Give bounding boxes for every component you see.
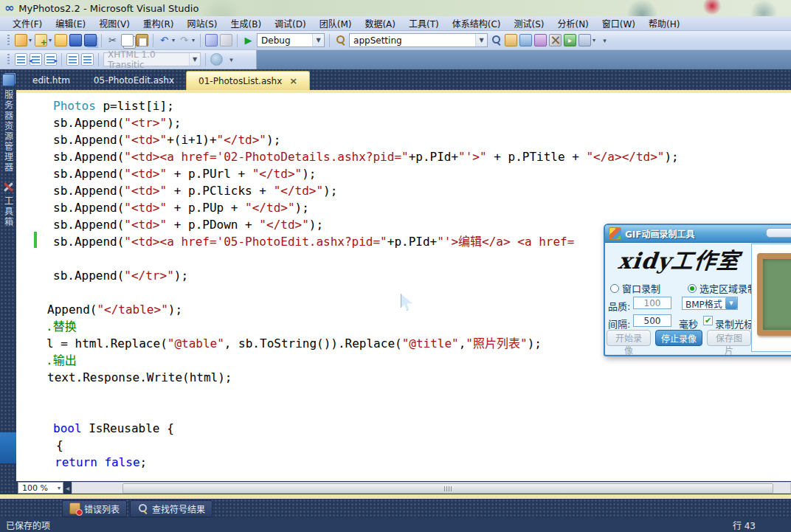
validation-target-icon[interactable] <box>210 53 223 66</box>
toolbar-separator <box>200 34 201 47</box>
increase-indent-icon[interactable] <box>44 53 57 66</box>
undo-icon[interactable]: ↶ <box>158 34 170 46</box>
menu-item-c[interactable]: 体系结构(C) <box>446 15 508 31</box>
code-token: "<td>" <box>124 167 167 181</box>
scrollbar-thumb[interactable] <box>122 483 773 494</box>
scroll-left-arrow[interactable]: ◂ <box>66 484 69 492</box>
code-token: "<td>" <box>124 133 167 147</box>
cut-icon[interactable]: ✂ <box>106 34 119 46</box>
code-token: ); <box>266 133 280 147</box>
redo-icon[interactable]: ↷ <box>178 34 190 46</box>
sidebar-item-工具箱[interactable]: 工具箱 <box>2 177 15 232</box>
tab-01-photoslist.ashx[interactable]: 01-PhotosList.ashx× <box>186 71 310 90</box>
tab-edit.htm[interactable]: edit.htm <box>21 71 82 90</box>
code-token: + p.PClicks + <box>167 184 274 198</box>
tab-05-photoedit.ashx[interactable]: 05-PhotoEdit.ashx <box>82 71 186 90</box>
debug-combo-value: Debug <box>261 35 290 46</box>
status-bar: 已保存的项 行 43 <box>0 518 791 532</box>
menu-item-s[interactable]: 测试(S) <box>507 15 550 31</box>
radio-region-record[interactable]: 选定区域录制 <box>688 281 757 295</box>
toolbar-options-overflow[interactable]: ▾ <box>225 53 238 66</box>
menu-item-r[interactable]: 重构(R) <box>137 15 181 31</box>
menu-item-s[interactable]: 网站(S) <box>181 15 224 31</box>
menu-item-a[interactable]: 数据(A) <box>358 15 402 31</box>
object-browser-icon[interactable] <box>534 34 547 46</box>
gif-recorder-window[interactable]: GIF动画录制工具 xidy工作室 窗口录制 选定区域录制 品质: BMP格式 … <box>604 224 791 356</box>
code-token: "</td>" <box>274 184 323 198</box>
save-icon[interactable] <box>69 34 82 46</box>
gif-window-titlebar[interactable]: GIF动画录制工具 <box>605 225 791 243</box>
menu-item-w[interactable]: 窗口(W) <box>595 15 642 31</box>
chevron-down-icon[interactable]: ▾ <box>49 37 52 44</box>
search-combo-input[interactable]: appSetting▼ <box>349 33 488 47</box>
code-token: .输出 <box>46 353 77 367</box>
chevron-down-icon: ▼ <box>475 34 487 46</box>
start-debug-icon[interactable]: ▶ <box>242 34 255 46</box>
interval-label: 间隔: <box>608 317 630 331</box>
toolbar-options-overflow[interactable]: ▾ <box>598 34 611 46</box>
code-line: Photos p=list[i]; <box>53 98 174 114</box>
add-new-item-icon[interactable] <box>35 34 47 46</box>
code-token: sb.Append( <box>53 218 124 232</box>
open-file-icon[interactable] <box>55 34 67 46</box>
close-icon[interactable]: × <box>289 75 297 86</box>
sidebar-item-服务器资源管理器[interactable]: 服务器资源管理器 <box>2 69 15 177</box>
interval-input[interactable] <box>633 314 671 327</box>
format-select[interactable]: BMP格式 ▼ <box>682 297 738 310</box>
menu-item-d[interactable]: 调试(D) <box>268 15 313 31</box>
find-in-files-icon[interactable] <box>490 34 502 46</box>
code-token: "</tr>" <box>124 269 173 283</box>
code-line: bool IsReusable { <box>53 421 174 437</box>
properties-window-icon[interactable] <box>505 34 517 46</box>
panel-tab-查找符号结果[interactable]: 查找符号结果 <box>130 500 213 517</box>
code-token: Append( <box>47 303 97 317</box>
chevron-down-icon[interactable]: ▾ <box>192 37 195 44</box>
code-token: sb.Append( <box>53 116 124 130</box>
chevron-down-icon[interactable]: ▾ <box>172 37 175 44</box>
new-project-icon[interactable] <box>15 34 27 46</box>
comment-lines-icon[interactable] <box>66 53 79 66</box>
minimize-button[interactable] <box>766 228 791 238</box>
chevron-down-icon[interactable]: ▾ <box>29 37 32 44</box>
format-document-icon[interactable] <box>15 53 27 66</box>
save-image-button[interactable]: 保存图片 <box>707 330 751 346</box>
quality-input[interactable] <box>633 297 671 309</box>
chevron-down-icon[interactable]: ▾ <box>593 37 595 44</box>
toolbar-background-filler <box>257 50 791 69</box>
code-token: "<tr>" <box>124 116 167 130</box>
menu-item-h[interactable]: 帮助(H) <box>642 15 686 31</box>
decrease-indent-icon[interactable] <box>30 53 42 66</box>
menu-item-f[interactable]: 文件(F) <box>6 15 49 31</box>
navigate-backward-icon[interactable] <box>205 34 218 46</box>
title-bar[interactable]: ∞ MyPhotos2.2 - Microsoft Visual Studio <box>0 0 791 16</box>
menu-item-t[interactable]: 工具(T) <box>402 15 446 31</box>
menu-item-e[interactable]: 编辑(E) <box>49 15 92 31</box>
code-token: "@title" <box>402 336 459 350</box>
code-line: .输出 <box>46 353 77 369</box>
menu-item-n[interactable]: 分析(N) <box>550 15 595 31</box>
debug-configuration-select[interactable]: Debug▼ <box>257 33 325 47</box>
paste-icon[interactable] <box>136 34 148 46</box>
panel-tab-错误列表[interactable]: 错误列表 <box>62 500 127 517</box>
horizontal-scrollbar[interactable] <box>72 482 791 494</box>
uncomment-lines-icon[interactable] <box>81 53 94 66</box>
toolbox-icon[interactable] <box>549 34 562 46</box>
menu-item-v[interactable]: 视图(V) <box>92 15 137 31</box>
code-token: ); <box>309 218 323 232</box>
stop-record-button[interactable]: 停止录像 <box>655 330 702 346</box>
menu-item-b[interactable]: 生成(B) <box>224 15 269 31</box>
command-window-icon[interactable] <box>578 34 591 46</box>
find-icon[interactable] <box>334 34 347 46</box>
code-token: sb.Append( <box>53 269 124 283</box>
save-all-icon[interactable] <box>84 34 97 46</box>
zoom-select[interactable]: 100 % ▾ <box>18 482 63 494</box>
navigate-forward-icon[interactable] <box>220 34 232 46</box>
chalkboard-image: 单 选择 <box>757 253 791 336</box>
menu-item-m[interactable]: 团队(M) <box>313 15 359 31</box>
radio-window-record[interactable]: 窗口录制 <box>610 281 660 295</box>
record-cursor-checkbox[interactable]: ✔ <box>703 316 713 325</box>
copy-icon[interactable] <box>121 34 134 46</box>
start-record-button[interactable]: 开始录像 <box>607 330 651 346</box>
extension-manager-icon[interactable] <box>564 34 576 46</box>
solution-explorer-icon[interactable] <box>519 34 532 46</box>
